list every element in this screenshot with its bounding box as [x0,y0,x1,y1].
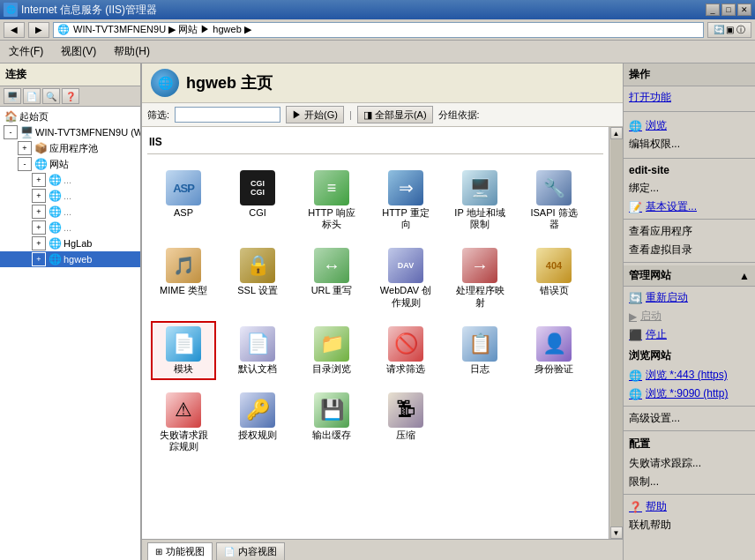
window-title: Internet 信息服务 (IIS)管理器 [21,3,706,18]
panel-basic-settings[interactable]: 📝 基本设置... [624,198,755,216]
panel-view-apps[interactable]: 查看应用程序 [624,222,755,241]
tree-item-apppool[interactable]: + 📦 应用程序池 [0,140,140,156]
icon-compress[interactable]: 🗜 压缩 [373,387,438,458]
panel-stop[interactable]: ⬛ 停止 [624,325,755,344]
panel-browse-https[interactable]: 🌐 浏览 *:443 (https) [624,366,755,385]
site3-expander[interactable]: + [32,205,46,219]
icon-error-pages[interactable]: 404 错误页 [521,243,587,313]
address-box[interactable]: 🌐 WIN-TVT3MFNEN9U ▶ 网站 ▶ hgweb ▶ [53,22,704,38]
panel-help[interactable]: ❓ 帮助 [624,497,755,516]
icon-authz[interactable]: 🔑 授权规则 [225,387,290,458]
address-bar: ◀ ▶ 🌐 WIN-TVT3MFNEN9U ▶ 网站 ▶ hgweb ▶ 🔄 ▣… [0,19,755,41]
menu-file[interactable]: 文件(F) [4,42,49,61]
sidebar-btn-2[interactable]: 📄 [23,88,41,104]
apppool-expander[interactable]: + [18,141,32,155]
minimize-button[interactable]: _ [706,4,720,16]
scroll-down-button[interactable]: ▼ [610,526,623,539]
tree-item-start[interactable]: 🏠 起始页 [0,108,140,124]
menu-view[interactable]: 视图(V) [56,42,101,61]
icon-mime[interactable]: 🎵 MIME 类型 [151,243,216,313]
hgweb-expander[interactable]: + [32,252,46,266]
icon-logging[interactable]: 📋 日志 [447,321,512,380]
show-all-button[interactable]: ◨ 全部显示(A) [357,106,433,123]
panel-open-feature[interactable]: 打开功能 [624,88,755,107]
site1-icon: 🌐 [48,173,62,187]
site4-expander[interactable]: + [32,220,46,235]
icon-ip-restrict[interactable]: 🖥️ IP 地址和域限制 [447,165,512,235]
panel-start[interactable]: ▶ 启动 [624,307,755,325]
panel-config-title: 配置 [624,434,755,454]
scroll-up-button[interactable]: ▲ [610,127,623,139]
tree-item-site3[interactable]: + 🌐 ... [0,204,140,220]
hglab-expander[interactable]: + [32,236,46,250]
icon-ssl[interactable]: 🔒 SSL 设置 [225,243,290,313]
panel-browse[interactable]: 🌐 浏览 [624,116,755,135]
sidebar-btn-1[interactable]: 🖥️ [4,88,21,104]
basic-settings-icon: 📝 [629,201,642,213]
tree-item-site4[interactable]: + 🌐 ... [0,220,140,235]
vertical-scrollbar[interactable]: ▲ ▼ [609,127,623,539]
icon-asp[interactable]: ASP ASP [151,165,216,235]
panel-view-vdirs[interactable]: 查看虚拟目录 [624,241,755,259]
panel-browse-http[interactable]: 🌐 浏览 *:9090 (http) [624,385,755,403]
menu-help[interactable]: 帮助(H) [108,42,155,61]
close-button[interactable]: ✕ [737,4,751,16]
site4-icon: 🌐 [48,220,62,235]
forward-button[interactable]: ▶ [28,22,49,38]
server-expander[interactable]: - [4,125,18,139]
icon-request-filter[interactable]: 🚫 请求筛选 [373,321,438,380]
modules-icon: 📄 [166,326,201,362]
asp-icon: ASP [166,170,201,205]
icon-http-response[interactable]: ≡ HTTP 响应标头 [299,165,364,235]
maximize-button[interactable]: □ [721,4,736,16]
icon-handler[interactable]: → 处理程序映射 [447,243,512,313]
dir-browse-icon: 📁 [314,326,349,362]
icon-http-redirect[interactable]: ⇒ HTTP 重定向 [373,165,438,235]
tree-item-site2[interactable]: + 🌐 ... [0,188,140,204]
websites-expander[interactable]: - [18,157,32,171]
panel-edit-perms[interactable]: 编辑权限... [624,135,755,153]
icon-webdav[interactable]: DAV WebDAV 创作规则 [373,243,438,313]
panel-title-operations: 操作 [624,63,755,86]
sidebar: 连接 🖥️ 📄 🔍 ❓ 🏠 起始页 - 🖥️ WIN-TVT3MFNEN9U (… [0,63,141,560]
tree-item-hgweb[interactable]: + 🌐 hgweb [0,251,140,267]
tree-item-site1[interactable]: + 🌐 ... [0,172,140,188]
sidebar-btn-4[interactable]: ❓ [62,88,79,104]
window-controls[interactable]: _ □ ✕ [706,4,751,16]
icon-mime-doc[interactable]: 📄 默认文档 [225,321,290,380]
icon-dir-browse[interactable]: 📁 目录浏览 [299,321,364,380]
tab-feature-view[interactable]: ⊞ 功能视图 [147,542,213,560]
manage-site-expand-icon[interactable]: ▲ [739,270,750,282]
filter-input[interactable] [175,107,280,123]
icon-cgi[interactable]: CGICGI CGI [225,165,290,235]
stop-label: 停止 [646,327,667,342]
site1-expander[interactable]: + [32,173,46,187]
panel-restart[interactable]: 🔄 重新启动 [624,288,755,307]
panel-online-help[interactable]: 联机帮助 [624,516,755,534]
tree-item-server[interactable]: - 🖥️ WIN-TVT3MFNEN9U (W... [0,124,140,140]
divider-6 [624,430,755,431]
back-button[interactable]: ◀ [4,22,25,38]
tree-item-hglab[interactable]: + 🌐 HgLab [0,235,140,251]
sidebar-title: 连接 [5,67,26,82]
tab-content-view[interactable]: 📄 内容视图 [216,542,285,560]
sidebar-btn-3[interactable]: 🔍 [42,88,60,104]
site2-expander[interactable]: + [32,189,46,203]
refresh-area[interactable]: 🔄 ▣ ⓘ [707,22,751,38]
content-toolbar: 筛选: ▶ 开始(G) | ◨ 全部显示(A) 分组依据: [142,103,623,127]
panel-browse-website-title: 浏览网站 [624,346,755,366]
fail-request-label: 失败请求跟踪规则 [156,429,211,452]
panel-fail-trace[interactable]: 失败请求跟踪... [624,454,755,473]
icon-isapi[interactable]: 🔧 ISAPI 筛选器 [521,165,587,235]
icon-modules[interactable]: 📄 模块 [151,321,216,380]
icon-fail-request[interactable]: ⚠ 失败请求跟踪规则 [151,387,216,458]
tree-item-websites[interactable]: - 🌐 网站 [0,156,140,172]
panel-title-label: 操作 [629,67,650,82]
start-button[interactable]: ▶ 开始(G) [286,106,344,123]
panel-limits[interactable]: 限制... [624,473,755,491]
icon-auth[interactable]: 👤 身份验证 [521,321,587,380]
panel-advanced-settings[interactable]: 高级设置... [624,409,755,428]
icon-url-rewrite[interactable]: ↔ URL 重写 [299,243,364,313]
icon-output-cache[interactable]: 💾 输出缓存 [299,387,364,458]
panel-bind[interactable]: 绑定... [624,179,755,198]
